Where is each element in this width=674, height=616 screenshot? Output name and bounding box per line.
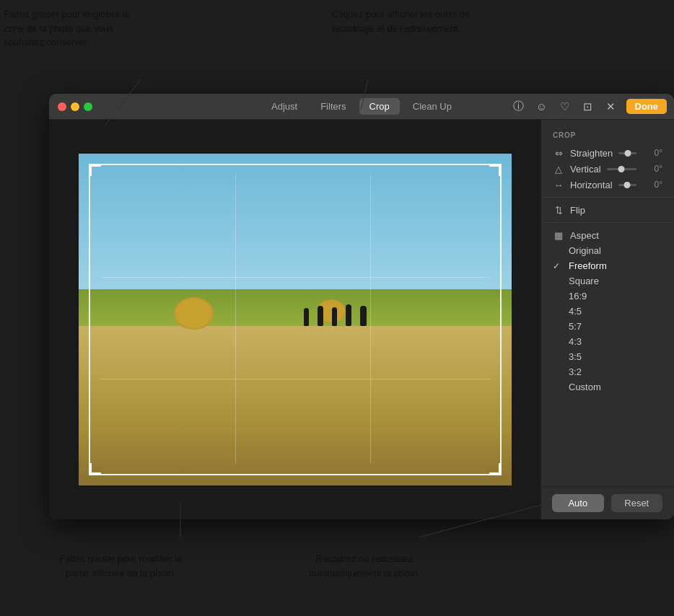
- photo-container: [79, 154, 512, 485]
- sidebar: CROP ⇔ Straighten 0° △ Vertical 0°: [540, 120, 674, 519]
- horizontal-value: 0°: [642, 180, 662, 190]
- vertical-value: 0°: [642, 164, 662, 174]
- heart-icon[interactable]: ♡: [557, 99, 573, 115]
- aspect-icon: ▦: [553, 229, 564, 241]
- main-content: CROP ⇔ Straighten 0° △ Vertical 0°: [49, 120, 674, 519]
- horizontal-row: ↔ Horizontal 0°: [541, 177, 674, 193]
- aspect-custom[interactable]: Custom: [541, 379, 674, 395]
- tab-cleanup[interactable]: Clean Up: [403, 98, 462, 115]
- maximize-button[interactable]: [84, 102, 92, 111]
- titlebar: Adjust Filters Crop Clean Up ⓘ ☺ ♡ ⊡ ✕ D…: [49, 94, 674, 120]
- toolbar-right: ⓘ ☺ ♡ ⊡ ✕ Done: [511, 99, 668, 115]
- horizontal-icon: ↔: [553, 179, 564, 190]
- vertical-row: △ Vertical 0°: [541, 161, 674, 177]
- close-button[interactable]: [58, 102, 66, 111]
- crop-icon[interactable]: ⊡: [580, 99, 596, 115]
- sidebar-bottom-bar: Auto Reset: [540, 486, 674, 519]
- vertical-icon: △: [553, 163, 564, 175]
- horizontal-slider[interactable]: [618, 184, 636, 186]
- vertical-slider[interactable]: [607, 168, 636, 170]
- annotation-top-left: Faites glisser pour englober la zone de …: [4, 7, 148, 50]
- photo-area: [49, 120, 540, 519]
- straighten-label: Straighten: [570, 148, 613, 159]
- ground-layer: [79, 326, 512, 485]
- aspect-5-7[interactable]: 5:7: [541, 319, 674, 334]
- reset-button[interactable]: Reset: [611, 494, 663, 512]
- annotation-top-right: Cliquez pour afficher les outils de reca…: [332, 7, 476, 35]
- flip-icon: ⇅: [553, 204, 564, 216]
- vertical-label: Vertical: [570, 164, 601, 175]
- aspect-4-3[interactable]: 4:3: [541, 334, 674, 349]
- aspect-row[interactable]: ▦ Aspect: [541, 227, 674, 243]
- straighten-icon: ⇔: [553, 147, 564, 159]
- aspect-4-5[interactable]: 4:5: [541, 304, 674, 319]
- auto-button[interactable]: Auto: [552, 494, 604, 512]
- aspect-label: Aspect: [570, 230, 662, 241]
- crop-section-title: CROP: [541, 127, 674, 145]
- aspect-original[interactable]: Original: [541, 243, 674, 258]
- annotation-bottom-left: Faites glisser pour modifier la partie a…: [54, 552, 188, 580]
- aspect-3-2[interactable]: 3:2: [541, 364, 674, 379]
- aspect-freeform[interactable]: ✓ Freeform: [541, 258, 674, 273]
- aspect-square[interactable]: Square: [541, 273, 674, 289]
- photo-background: [79, 154, 512, 485]
- divider-1: [541, 197, 674, 198]
- tab-bar: Adjust Filters Crop Clean Up: [261, 98, 462, 115]
- flip-row[interactable]: ⇅ Flip: [541, 202, 674, 218]
- share-icon[interactable]: ✕: [603, 99, 619, 115]
- straighten-row: ⇔ Straighten 0°: [541, 145, 674, 161]
- minimize-button[interactable]: [71, 102, 79, 111]
- aspect-3-5[interactable]: 3:5: [541, 349, 674, 364]
- traffic-lights: [49, 102, 92, 111]
- tab-filters[interactable]: Filters: [310, 98, 356, 115]
- tab-adjust[interactable]: Adjust: [261, 98, 307, 115]
- smiley-icon[interactable]: ☺: [534, 99, 550, 115]
- app-window: Adjust Filters Crop Clean Up ⓘ ☺ ♡ ⊡ ✕ D…: [49, 94, 674, 519]
- straighten-value: 0°: [642, 148, 662, 158]
- straighten-slider[interactable]: [618, 152, 636, 154]
- aspect-16-9[interactable]: 16:9: [541, 289, 674, 304]
- info-icon[interactable]: ⓘ: [511, 99, 527, 115]
- flip-label: Flip: [570, 205, 662, 216]
- horizontal-label: Horizontal: [570, 180, 613, 190]
- divider-2: [541, 222, 674, 223]
- done-button[interactable]: Done: [626, 99, 668, 114]
- annotation-bottom-right: Recadrez ou redressez automatiquement la…: [289, 552, 440, 580]
- tab-crop[interactable]: Crop: [359, 98, 400, 115]
